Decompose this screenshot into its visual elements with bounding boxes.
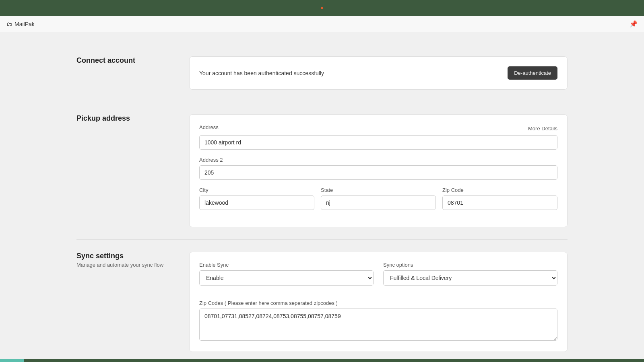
sync-options-label: Sync options (383, 262, 557, 268)
auth-text: Your account has been authenticated succ… (199, 70, 324, 76)
pickup-address-content: Address More Details Address 2 City Stat… (189, 114, 568, 227)
pickup-address-section: Pickup address Address More Details Addr… (76, 102, 568, 240)
sync-settings-label: Sync settings Manage and automate your s… (76, 252, 173, 352)
connect-account-label: Connect account (76, 56, 173, 90)
state-input[interactable] (321, 195, 436, 210)
address2-label: Address 2 (199, 157, 557, 163)
sync-settings-content: Enable Sync Enable Disable Sync options … (189, 252, 568, 352)
sync-top-row: Enable Sync Enable Disable Sync options … (199, 262, 557, 293)
zipcode-input[interactable] (442, 195, 557, 210)
sync-settings-section: Sync settings Manage and automate your s… (76, 240, 568, 362)
bottom-progress (0, 359, 24, 362)
sync-settings-title: Sync settings (76, 252, 173, 260)
top-bar (0, 0, 644, 16)
sync-options-select[interactable]: Fulfilled & Local Delivery Fulfilled Loc… (383, 270, 557, 286)
auth-message-row: Your account has been authenticated succ… (199, 66, 557, 80)
address2-input[interactable] (199, 165, 557, 180)
pickup-address-title: Pickup address (76, 114, 173, 123)
bottom-bar (0, 359, 644, 362)
brand-name: MailPak (14, 21, 35, 27)
city-label: City (199, 187, 314, 193)
top-bar-dot (321, 7, 323, 9)
nav-bar: 🗂 MailPak 📌 (0, 16, 644, 32)
zipcode-group: Zip Code (442, 187, 557, 217)
connect-account-content: Your account has been authenticated succ… (189, 56, 568, 90)
pickup-address-label: Pickup address (76, 114, 173, 227)
enable-sync-select[interactable]: Enable Disable (199, 270, 374, 286)
city-group: City (199, 187, 314, 210)
enable-sync-label: Enable Sync (199, 262, 374, 268)
state-label: State (321, 187, 436, 193)
connect-account-section: Connect account Your account has been au… (76, 44, 568, 102)
zipcodes-label: Zip Codes ( Please enter here comma sepe… (199, 300, 557, 306)
nav-brand: 🗂 MailPak (6, 21, 35, 27)
state-group: State (321, 187, 436, 210)
enable-sync-group: Enable Sync Enable Disable (199, 262, 374, 286)
city-state-zip-row: City State Zip Code (199, 187, 557, 217)
sync-options-group: Sync options Fulfilled & Local Delivery … (383, 262, 557, 293)
more-details-link[interactable]: More Details (528, 125, 557, 132)
address1-group: Address More Details (199, 124, 557, 150)
pin-icon: 📌 (630, 20, 638, 28)
brand-icon: 🗂 (6, 21, 12, 27)
address1-input[interactable] (199, 135, 557, 150)
deauth-button[interactable]: De-authenticate (508, 66, 557, 80)
sync-settings-subtitle: Manage and automate your sync flow (76, 262, 173, 268)
address2-group: Address 2 (199, 157, 557, 180)
zipcode-label: Zip Code (442, 187, 557, 193)
connect-account-title: Connect account (76, 56, 173, 65)
address1-label: Address (199, 124, 219, 130)
zipcodes-textarea[interactable]: 08701,07731,08527,08724,08753,08755,0875… (199, 309, 557, 341)
zipcodes-group: Zip Codes ( Please enter here comma sepe… (199, 300, 557, 342)
city-input[interactable] (199, 195, 314, 210)
address1-label-row: Address More Details (199, 124, 557, 133)
main-content: Connect account Your account has been au… (60, 32, 584, 362)
